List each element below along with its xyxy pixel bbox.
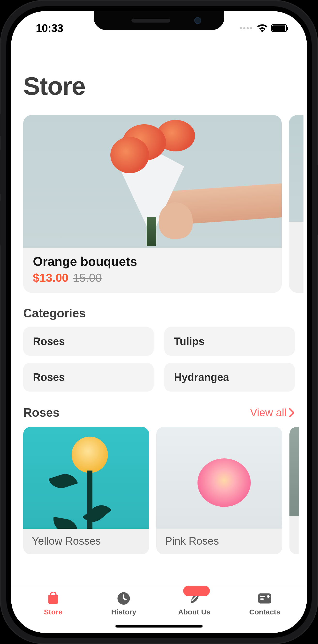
hero-carousel[interactable]: Orange bouquets $13.00 15.00	[23, 115, 295, 293]
wifi-icon	[257, 24, 268, 32]
hero-title: Orange bouquets	[33, 254, 272, 269]
product-next[interactable]	[290, 427, 299, 554]
cellular-dots-icon	[240, 27, 252, 29]
category-roses[interactable]: Roses	[23, 327, 154, 356]
hero-card-next[interactable]	[289, 115, 304, 293]
category-tulips[interactable]: Tulips	[164, 327, 295, 356]
notification-badge	[183, 586, 210, 596]
tab-contacts[interactable]: Contacts	[230, 592, 300, 616]
category-hydrangea[interactable]: Hydrangea	[164, 363, 295, 392]
home-indicator[interactable]	[115, 624, 203, 628]
product-name: Pink Roses	[165, 535, 274, 547]
tab-history[interactable]: History	[89, 592, 159, 616]
battery-icon	[271, 24, 287, 32]
chevron-right-icon	[289, 408, 295, 418]
tab-label: About Us	[178, 608, 210, 616]
app-root: Store	[11, 11, 307, 633]
bag-icon	[46, 592, 60, 606]
power-button	[317, 165, 318, 235]
tab-bar: Store History About Us	[11, 587, 307, 633]
product-image	[23, 427, 149, 529]
status-time: 10:33	[36, 22, 63, 35]
categories-grid: Roses Tulips Roses Hydrangea	[23, 327, 295, 392]
volume-up-button	[0, 150, 1, 194]
svg-rect-4	[260, 598, 264, 600]
roses-title: Roses	[23, 406, 59, 420]
volume-down-button	[0, 201, 1, 245]
notch	[94, 11, 224, 30]
svg-rect-2	[258, 593, 271, 603]
hero-meta: Orange bouquets $13.00 15.00	[23, 248, 282, 293]
categories-title: Categories	[23, 306, 295, 320]
tab-label: Store	[44, 608, 62, 616]
tab-store[interactable]: Store	[18, 592, 89, 616]
roses-header: Roses View all	[23, 406, 295, 420]
product-pink-roses[interactable]: Pink Roses	[156, 427, 282, 554]
product-yellow-roses[interactable]: Yellow Rosses	[23, 427, 149, 554]
roses-carousel[interactable]: Yellow Rosses Pink Roses	[23, 427, 295, 554]
card-icon	[258, 592, 272, 606]
hero-price: $13.00	[33, 271, 68, 284]
product-name: Yellow Rosses	[32, 535, 140, 547]
view-all-button[interactable]: View all	[250, 406, 295, 419]
hero-image	[23, 115, 282, 248]
tab-label: Contacts	[249, 608, 280, 616]
hero-old-price: 15.00	[73, 271, 102, 284]
screen: 10:33 Store	[11, 11, 307, 633]
view-all-label: View all	[250, 406, 287, 419]
hero-card[interactable]: Orange bouquets $13.00 15.00	[23, 115, 282, 293]
mute-switch	[0, 114, 1, 136]
svg-point-5	[267, 595, 270, 598]
svg-rect-3	[260, 596, 266, 597]
clock-icon	[117, 592, 131, 606]
tab-label: History	[111, 608, 136, 616]
status-indicators	[240, 24, 287, 32]
device-frame: 10:33 Store	[0, 0, 318, 644]
speaker-grille	[131, 19, 170, 22]
tab-about-us[interactable]: About Us	[159, 592, 230, 616]
main-scroll[interactable]: Store	[11, 48, 307, 587]
product-image	[156, 427, 282, 529]
category-roses-2[interactable]: Roses	[23, 363, 154, 392]
front-camera	[194, 17, 201, 24]
svg-rect-0	[49, 596, 58, 604]
page-title: Store	[23, 72, 295, 100]
